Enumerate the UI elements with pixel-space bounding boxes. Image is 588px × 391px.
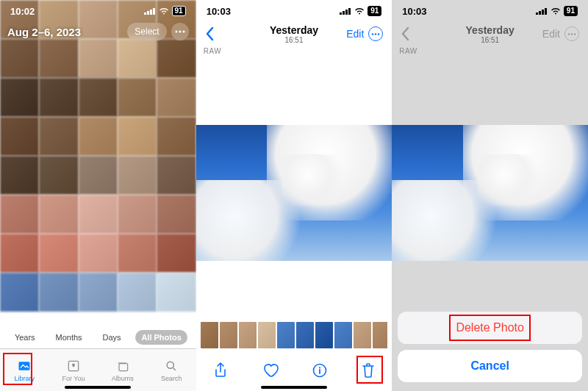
photo-thumbnail[interactable] — [79, 234, 118, 273]
photo-thumbnail[interactable] — [118, 39, 157, 78]
photo-thumbnail[interactable] — [0, 234, 39, 273]
filmstrip-thumbnail[interactable] — [258, 322, 276, 348]
photo-view — [392, 125, 588, 261]
photo-thumbnail[interactable] — [79, 195, 118, 234]
photo-thumbnail[interactable] — [118, 273, 157, 312]
heart-icon — [262, 363, 279, 378]
photo-thumbnail[interactable] — [39, 273, 78, 312]
filmstrip-thumbnail[interactable] — [201, 322, 218, 348]
svg-rect-1 — [147, 11, 149, 15]
tab-library[interactable]: Library — [4, 359, 45, 382]
more-button — [564, 26, 579, 41]
nav-title: Yesterday — [443, 24, 537, 36]
svg-rect-3 — [153, 8, 155, 15]
photo-view[interactable] — [196, 125, 392, 261]
photo-thumbnail[interactable] — [39, 234, 78, 273]
filmstrip-thumbnail[interactable] — [315, 322, 333, 348]
photo-thumbnail[interactable] — [79, 39, 118, 78]
photo-thumbnail[interactable] — [118, 234, 157, 273]
photo-thumbnail[interactable] — [118, 117, 157, 156]
photo-content — [196, 125, 392, 261]
phone-detail: 10:03 91 Yesterday 16:51 Edit RAW — [196, 0, 392, 391]
photo-thumbnail[interactable] — [39, 78, 78, 117]
photo-thumbnail[interactable] — [0, 273, 39, 312]
filmstrip-thumbnail[interactable] — [277, 322, 295, 348]
segment-years[interactable]: Years — [9, 330, 41, 345]
trash-icon — [362, 362, 375, 379]
photo-thumbnail[interactable] — [39, 195, 78, 234]
tab-foryou[interactable]: For You — [53, 359, 93, 382]
photo-thumbnail[interactable] — [79, 78, 118, 117]
photo-thumbnail[interactable] — [39, 39, 78, 78]
filmstrip-thumbnail[interactable] — [354, 322, 371, 348]
filmstrip-thumbnail[interactable] — [373, 322, 388, 348]
filmstrip[interactable] — [201, 322, 388, 348]
svg-rect-14 — [345, 10, 348, 15]
home-indicator — [65, 386, 131, 389]
phone-library: 10:02 91 Aug 2–6, 2023 Select Years Mont… — [0, 0, 196, 391]
segment-months[interactable]: Months — [49, 330, 87, 345]
tab-bar: Library For You Albums Search — [0, 348, 196, 391]
photo-thumbnail[interactable] — [0, 39, 39, 78]
view-segments: Years Months Days All Photos — [0, 326, 196, 348]
share-icon — [213, 362, 228, 379]
more-button[interactable] — [368, 26, 383, 41]
svg-rect-0 — [144, 12, 146, 15]
filmstrip-thumbnail[interactable] — [296, 322, 314, 348]
photo-thumbnail[interactable] — [39, 156, 78, 195]
photo-thumbnail[interactable] — [157, 78, 196, 117]
back-icon[interactable] — [205, 26, 215, 41]
photo-thumbnail[interactable] — [157, 156, 196, 195]
photo-thumbnail[interactable] — [0, 117, 39, 156]
photo-thumbnail[interactable] — [118, 78, 157, 117]
back-icon — [401, 26, 411, 41]
ellipsis-icon — [567, 33, 576, 35]
tab-search[interactable]: Search — [151, 359, 192, 382]
photo-thumbnail[interactable] — [0, 78, 39, 117]
filmstrip-thumbnail[interactable] — [220, 322, 237, 348]
signal-icon — [536, 7, 548, 15]
photo-thumbnail[interactable] — [79, 273, 118, 312]
share-button[interactable] — [213, 362, 228, 381]
photo-thumbnail[interactable] — [0, 195, 39, 234]
edit-button[interactable]: Edit — [346, 28, 364, 40]
photo-grid[interactable] — [0, 0, 196, 345]
svg-rect-23 — [545, 8, 547, 15]
delete-button[interactable] — [362, 362, 375, 381]
library-icon — [16, 359, 32, 373]
photo-thumbnail[interactable] — [79, 117, 118, 156]
search-icon — [163, 359, 179, 373]
segment-days[interactable]: Days — [96, 330, 126, 345]
tab-albums[interactable]: Albums — [102, 359, 143, 382]
raw-badge: RAW — [204, 47, 221, 55]
more-button[interactable] — [171, 23, 189, 40]
photo-thumbnail[interactable] — [0, 156, 39, 195]
cancel-button[interactable]: Cancel — [398, 350, 582, 382]
favorite-button[interactable] — [262, 363, 279, 380]
svg-point-18 — [378, 33, 379, 35]
photo-thumbnail[interactable] — [157, 117, 196, 156]
photo-thumbnail[interactable] — [157, 195, 196, 234]
phone-delete-sheet: 10:03 91 Yesterday 16:51 Edit RAW — [392, 0, 588, 391]
photo-thumbnail[interactable] — [118, 195, 157, 234]
photo-thumbnail[interactable] — [157, 234, 196, 273]
photo-thumbnail[interactable] — [157, 273, 196, 312]
nav-bar: Yesterday 16:51 Edit — [392, 22, 588, 46]
nav-bar: Yesterday 16:51 Edit — [196, 22, 392, 46]
photo-thumbnail[interactable] — [157, 39, 196, 78]
photo-thumbnail[interactable] — [39, 117, 78, 156]
wifi-icon — [159, 7, 169, 15]
info-button[interactable] — [312, 363, 327, 380]
photo-thumbnail[interactable] — [79, 156, 118, 195]
delete-photo-button[interactable]: Delete Photo — [398, 312, 582, 344]
filmstrip-thumbnail[interactable] — [239, 322, 257, 348]
home-indicator — [261, 386, 327, 389]
wifi-icon — [354, 7, 365, 15]
segment-all-photos[interactable]: All Photos — [135, 330, 187, 345]
photo-thumbnail[interactable] — [118, 156, 157, 195]
svg-point-11 — [167, 362, 173, 368]
status-bar: 10:02 91 — [0, 0, 196, 22]
select-button[interactable]: Select — [127, 23, 166, 40]
filmstrip-thumbnail[interactable] — [334, 322, 352, 348]
battery-icon: 91 — [564, 6, 578, 16]
